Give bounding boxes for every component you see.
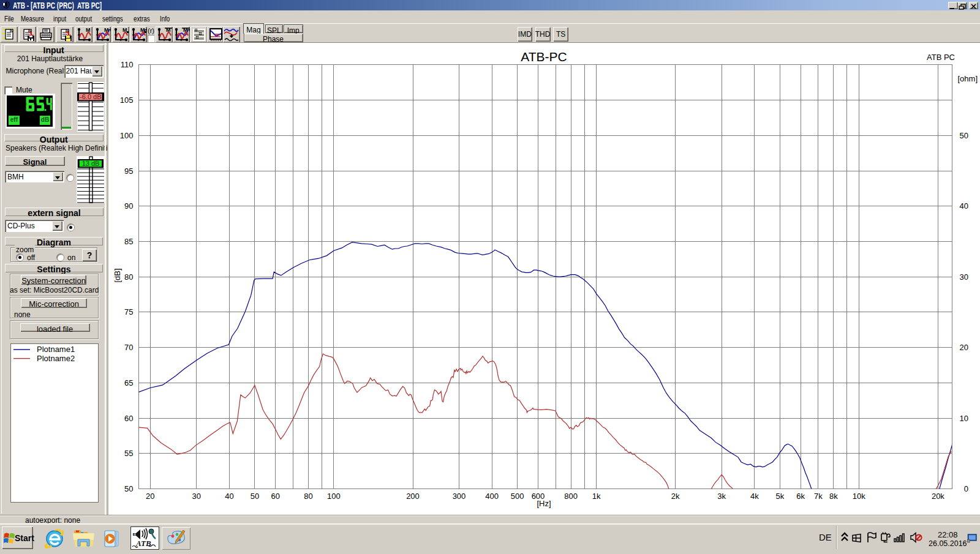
svg-text:40: 40	[225, 492, 233, 501]
svg-text:13 dB: 13 dB	[81, 160, 99, 167]
svg-text:10k: 10k	[853, 492, 865, 501]
svg-text:85: 85	[124, 237, 133, 246]
svg-text:60: 60	[124, 414, 133, 423]
svg-text:40: 40	[960, 201, 968, 211]
svg-text:80: 80	[124, 272, 133, 282]
svg-text:50: 50	[251, 492, 259, 501]
svg-text:10: 10	[960, 414, 968, 423]
svg-text:4k: 4k	[750, 492, 759, 501]
svg-text:ATB: ATB	[135, 539, 151, 548]
svg-text:80: 80	[304, 492, 312, 501]
svg-text:1k: 1k	[592, 492, 601, 501]
svg-text:7k: 7k	[814, 492, 823, 501]
svg-text:ATB-PC: ATB-PC	[521, 50, 567, 64]
svg-text:2k: 2k	[671, 492, 680, 501]
svg-text:400: 400	[485, 492, 499, 501]
svg-text:[ohm]: [ohm]	[957, 74, 978, 83]
svg-text:300: 300	[453, 492, 466, 501]
svg-text:500: 500	[511, 492, 524, 501]
svg-text:200: 200	[406, 492, 420, 501]
svg-text:[Hz]: [Hz]	[537, 499, 551, 508]
svg-text:30: 30	[960, 272, 968, 282]
svg-text:60: 60	[271, 492, 280, 501]
svg-text:M: M	[123, 27, 127, 33]
svg-text:70: 70	[124, 343, 133, 352]
svg-text:M: M	[86, 27, 91, 33]
svg-text:3k: 3k	[717, 492, 726, 501]
svg-text:75: 75	[124, 307, 133, 316]
svg-text:20k: 20k	[932, 492, 944, 501]
svg-text:100: 100	[327, 492, 341, 501]
svg-text:Plotname1: Plotname1	[37, 345, 75, 354]
svg-text:65: 65	[124, 378, 133, 387]
svg-text:50: 50	[960, 131, 968, 140]
svg-text:30: 30	[192, 492, 201, 501]
svg-text:[dB]: [dB]	[113, 268, 122, 282]
svg-text:50: 50	[124, 484, 133, 493]
svg-text:95: 95	[124, 167, 133, 176]
svg-text:8k: 8k	[829, 492, 838, 501]
svg-text:110: 110	[121, 60, 134, 69]
svg-text:105: 105	[120, 95, 134, 105]
svg-text:20: 20	[960, 343, 968, 352]
svg-text:M+: M+	[104, 27, 111, 33]
svg-text:6k: 6k	[796, 492, 805, 501]
svg-text:-6.0 dB: -6.0 dB	[80, 93, 101, 100]
svg-text:90: 90	[124, 201, 133, 211]
svg-text:55: 55	[124, 449, 133, 458]
svg-text:5k: 5k	[775, 492, 784, 501]
svg-text:20: 20	[146, 492, 154, 501]
svg-text:0: 0	[964, 484, 968, 493]
svg-text:100: 100	[120, 131, 134, 140]
svg-text:Plotname2: Plotname2	[37, 354, 75, 363]
svg-text:800: 800	[564, 492, 578, 501]
svg-text:ATB PC: ATB PC	[927, 53, 955, 62]
